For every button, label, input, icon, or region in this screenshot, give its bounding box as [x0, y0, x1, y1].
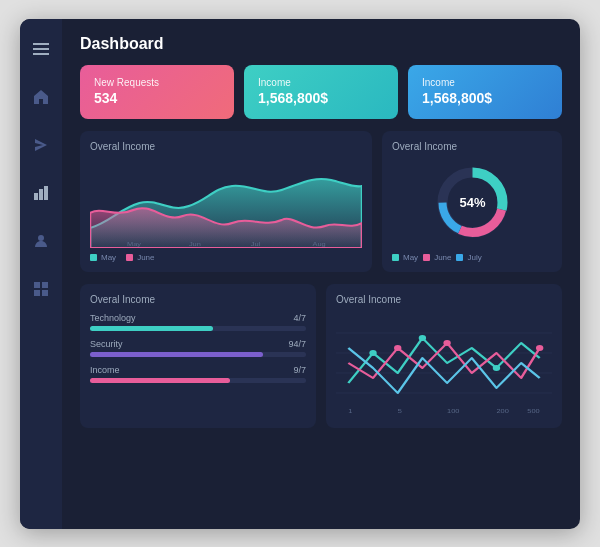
svg-point-26: [493, 365, 500, 371]
chart-icon[interactable]: [27, 179, 55, 207]
progress-item-income: Income 9/7: [90, 365, 306, 383]
progress-item-tech: Technology 4/7: [90, 313, 306, 331]
progress-value-security: 94/7: [288, 339, 306, 349]
svg-point-27: [394, 345, 401, 351]
stat-card-income1[interactable]: Income 1,568,800$: [244, 65, 398, 119]
stats-row: New Requests 534 Income 1,568,800$ Incom…: [80, 65, 562, 119]
legend-may: May: [90, 253, 116, 262]
svg-text:May: May: [127, 240, 142, 247]
legend-dot-may: [90, 254, 97, 261]
donut-chart-title: Overal Income: [392, 141, 552, 152]
progress-label-tech: Technology: [90, 313, 136, 323]
progress-value-income: 9/7: [293, 365, 306, 375]
donut-legend-june: June: [423, 253, 451, 262]
progress-card: Overal Income Technology 4/7 Securit: [80, 284, 316, 428]
svg-text:1: 1: [348, 407, 352, 413]
donut-chart-legend: May June July: [392, 253, 552, 262]
stat-value-income2: 1,568,800$: [422, 90, 548, 106]
svg-rect-7: [34, 282, 40, 288]
svg-text:Aug: Aug: [313, 240, 326, 247]
stat-card-income2[interactable]: Income 1,568,800$: [408, 65, 562, 119]
donut-dot-june: [423, 254, 430, 261]
donut-legend-july: July: [456, 253, 481, 262]
progress-fill-security: [90, 352, 263, 357]
stat-value-requests: 534: [94, 90, 220, 106]
line-chart: 1 5 100 200 500: [336, 313, 552, 418]
area-chart: May Jun Jul Aug: [90, 158, 362, 248]
area-chart-title: Overal Income: [90, 141, 362, 152]
donut-chart-card: Overal Income 54%: [382, 131, 562, 272]
svg-rect-5: [44, 186, 48, 200]
donut-label-june: June: [434, 253, 451, 262]
area-chart-card: Overal Income: [80, 131, 372, 272]
legend-dot-june: [126, 254, 133, 261]
progress-bg-tech: [90, 326, 306, 331]
progress-bg-income: [90, 378, 306, 383]
svg-text:100: 100: [447, 407, 460, 413]
stat-label-income2: Income: [422, 77, 548, 88]
donut-label-july: July: [467, 253, 481, 262]
progress-label-income: Income: [90, 365, 120, 375]
svg-rect-8: [42, 282, 48, 288]
progress-value-tech: 4/7: [293, 313, 306, 323]
svg-point-24: [369, 350, 376, 356]
progress-fill-income: [90, 378, 230, 383]
user-icon[interactable]: [27, 227, 55, 255]
svg-rect-3: [34, 193, 38, 200]
legend-june: June: [126, 253, 154, 262]
donut-legend-may: May: [392, 253, 418, 262]
main-content: Dashboard New Requests 534 Income 1,568,…: [62, 19, 580, 529]
svg-text:200: 200: [496, 407, 509, 413]
svg-rect-4: [39, 189, 43, 200]
svg-point-28: [443, 340, 450, 346]
charts-row: Overal Income: [80, 131, 562, 272]
progress-item-security: Security 94/7: [90, 339, 306, 357]
svg-text:Jun: Jun: [189, 240, 201, 246]
svg-point-29: [536, 345, 543, 351]
grid-icon[interactable]: [27, 275, 55, 303]
donut-label-may: May: [403, 253, 418, 262]
home-icon[interactable]: [27, 83, 55, 111]
svg-rect-0: [33, 43, 49, 45]
progress-card-title: Overal Income: [90, 294, 306, 305]
svg-text:500: 500: [527, 407, 540, 413]
donut-dot-may: [392, 254, 399, 261]
legend-label-june: June: [137, 253, 154, 262]
line-chart-card: Overal Income: [326, 284, 562, 428]
svg-rect-9: [34, 290, 40, 296]
svg-text:54%: 54%: [459, 195, 485, 210]
line-chart-title: Overal Income: [336, 294, 552, 305]
svg-rect-10: [42, 290, 48, 296]
svg-point-6: [38, 235, 44, 241]
svg-text:Jul: Jul: [251, 240, 261, 246]
sidebar: [20, 19, 62, 529]
stat-label-requests: New Requests: [94, 77, 220, 88]
menu-icon[interactable]: [27, 35, 55, 63]
svg-point-25: [419, 335, 426, 341]
area-chart-legend: May June: [90, 253, 362, 262]
donut-dot-july: [456, 254, 463, 261]
stat-value-income1: 1,568,800$: [258, 90, 384, 106]
app-container: Dashboard New Requests 534 Income 1,568,…: [20, 19, 580, 529]
send-icon[interactable]: [27, 131, 55, 159]
page-title: Dashboard: [80, 35, 562, 53]
svg-rect-1: [33, 48, 49, 50]
stat-label-income1: Income: [258, 77, 384, 88]
progress-label-security: Security: [90, 339, 123, 349]
progress-bg-security: [90, 352, 306, 357]
donut-chart: 54%: [392, 158, 552, 248]
progress-section: Technology 4/7 Security 94/7: [90, 313, 306, 383]
stat-card-requests[interactable]: New Requests 534: [80, 65, 234, 119]
svg-text:5: 5: [398, 407, 402, 413]
progress-fill-tech: [90, 326, 213, 331]
svg-rect-2: [33, 53, 49, 55]
bottom-row: Overal Income Technology 4/7 Securit: [80, 284, 562, 428]
legend-label-may: May: [101, 253, 116, 262]
